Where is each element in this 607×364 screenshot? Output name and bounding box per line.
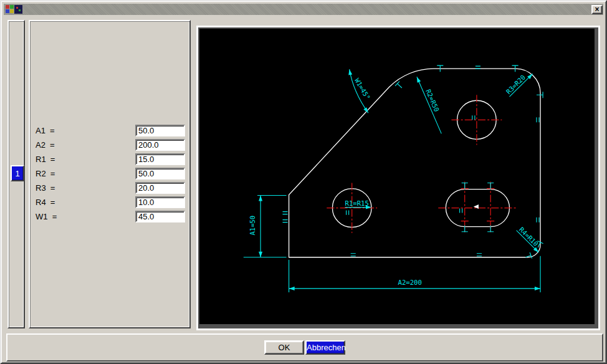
close-icon: × — [595, 6, 599, 12]
param-row-r3: R3 = — [36, 182, 185, 194]
parameter-form-panel: A1 = A2 = R1 = R2 = R3 = R4 = — [29, 20, 191, 328]
titlebar: × — [4, 4, 603, 15]
param-input-a1[interactable] — [135, 125, 185, 136]
param-input-r2[interactable] — [135, 168, 185, 180]
centerline-hole-left — [327, 183, 377, 233]
dim-r1-label: R1=R15 — [345, 199, 369, 207]
param-row-r2: R2 = — [36, 168, 185, 180]
dim-a2: A2=200 — [289, 256, 540, 292]
param-label-w1: W1 = — [36, 212, 135, 221]
dim-a1: A1=50 — [244, 196, 287, 257]
parameter-rows: A1 = A2 = R1 = R2 = R3 = R4 = — [36, 125, 185, 225]
param-input-w1[interactable] — [135, 211, 185, 223]
dialog-window: × 1 A1 = A2 = R1 = R2 = R3 = — [0, 0, 607, 364]
dim-a2-label: A2=200 — [398, 279, 422, 286]
drawing-preview-panel: A1=50 A2=200 W1=45° — [196, 26, 600, 330]
centerline-ticks-slot — [461, 189, 495, 221]
param-row-w1: W1 = — [36, 211, 185, 223]
param-label-r4: R4 = — [36, 198, 135, 207]
constraint-marks — [282, 66, 539, 256]
param-input-a2[interactable] — [135, 139, 185, 151]
drawing-canvas: A1=50 A2=200 W1=45° — [199, 29, 595, 324]
param-label-r3: R3 = — [36, 183, 135, 193]
param-row-a2: A2 = — [36, 139, 185, 151]
dim-w1: W1=45° — [348, 69, 372, 114]
param-label-r1: R1 = — [36, 155, 135, 164]
param-row-r4: R4 = — [36, 196, 185, 208]
plate-outline — [289, 69, 540, 257]
param-row-r1: R1 = — [36, 153, 185, 165]
param-input-r3[interactable] — [135, 182, 185, 194]
param-label-r2: R2 = — [36, 169, 135, 178]
centerline-hole-top-right — [451, 95, 502, 145]
page-1-button[interactable]: 1 — [11, 165, 24, 181]
param-row-a1: A1 = — [36, 125, 185, 136]
param-input-r1[interactable] — [135, 153, 185, 165]
dim-r3-label: R3=R20 — [505, 74, 527, 95]
param-input-r4[interactable] — [135, 196, 185, 208]
hole-left — [332, 189, 371, 228]
dim-a1-label: A1=50 — [249, 216, 256, 236]
dim-r2: R2=R50 — [415, 76, 441, 133]
cancel-button[interactable]: Abbrechen — [305, 340, 345, 355]
page-selector-panel: 1 — [7, 20, 25, 328]
app-icon — [5, 4, 24, 14]
close-button[interactable]: × — [591, 5, 603, 14]
button-bar: OK Abbrechen — [6, 333, 603, 362]
param-label-a2: A2 = — [36, 140, 135, 150]
hole-top-right — [457, 100, 497, 139]
ok-button[interactable]: OK — [264, 340, 304, 355]
cad-preview-drawing: A1=50 A2=200 W1=45° — [199, 29, 595, 324]
dim-r4-label: R4=R10 — [518, 226, 540, 247]
param-label-a1: A1 = — [36, 126, 135, 135]
dim-w1-label: W1=45° — [353, 77, 372, 101]
